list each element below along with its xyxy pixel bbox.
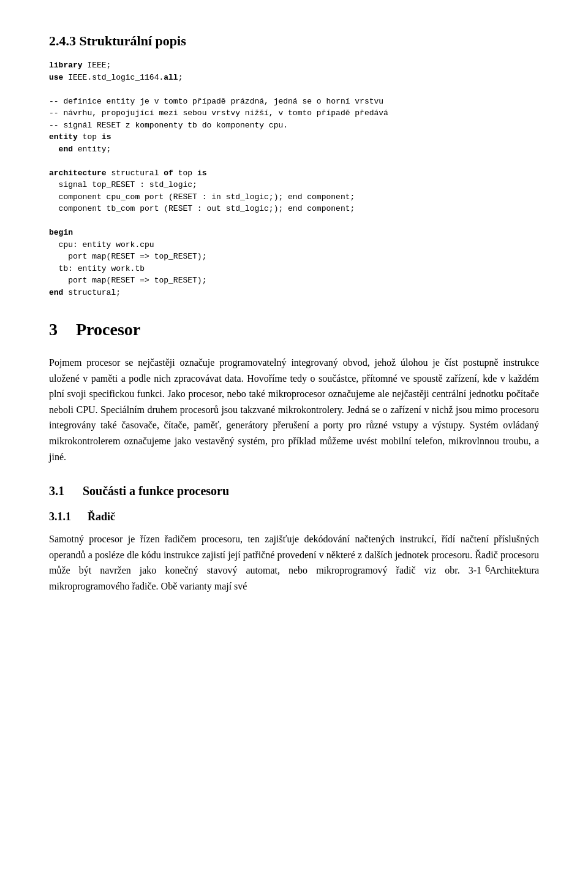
keyword-end-2: end bbox=[49, 288, 63, 297]
keyword-of: of bbox=[164, 169, 173, 178]
page-container: 2.4.3 Strukturální popis library IEEE; u… bbox=[49, 31, 539, 594]
chapter-3-title: Procesor bbox=[76, 317, 140, 343]
chapter-3-number: 3 bbox=[49, 317, 58, 343]
chapter-3-heading: 3 Procesor bbox=[49, 317, 539, 343]
section-31-title: Součásti a funkce procesoru bbox=[83, 484, 229, 498]
chapter-3-paragraph-1: Pojmem procesor se nejčastěji označuje p… bbox=[49, 355, 539, 464]
section-311-heading-block: 3.1.1 Řadič bbox=[49, 509, 539, 525]
page-number: 6 bbox=[485, 561, 490, 576]
code-block-1: library IEEE; use IEEE.std_logic_1164.al… bbox=[49, 59, 539, 298]
section-311-paragraph: Samotný procesor je řízen řadičem proces… bbox=[49, 531, 539, 594]
keyword-end-1: end bbox=[59, 145, 73, 154]
section-311-title: Řadič bbox=[88, 510, 115, 523]
keyword-use: use bbox=[49, 73, 63, 82]
keyword-architecture: architecture bbox=[49, 169, 107, 178]
keyword-is-2: is bbox=[197, 169, 207, 178]
keyword-library: library bbox=[49, 61, 83, 70]
section-243-heading: 2.4.3 Strukturální popis bbox=[49, 31, 539, 51]
section-311-label: 3.1.1 Řadič bbox=[49, 510, 115, 523]
keyword-all: all bbox=[164, 73, 178, 82]
section-31-heading-block: 3.1 Součásti a funkce procesoru bbox=[49, 482, 539, 500]
section-31-number: 3.1 bbox=[49, 484, 64, 498]
keyword-entity-1: entity bbox=[49, 132, 78, 142]
keyword-begin: begin bbox=[49, 228, 73, 237]
section-311-number: 3.1.1 bbox=[49, 510, 71, 523]
section-243-title: 2.4.3 Strukturální popis bbox=[49, 31, 539, 51]
section-31-number-label: 3.1 Součásti a funkce procesoru bbox=[49, 484, 229, 498]
keyword-is-1: is bbox=[102, 132, 111, 142]
